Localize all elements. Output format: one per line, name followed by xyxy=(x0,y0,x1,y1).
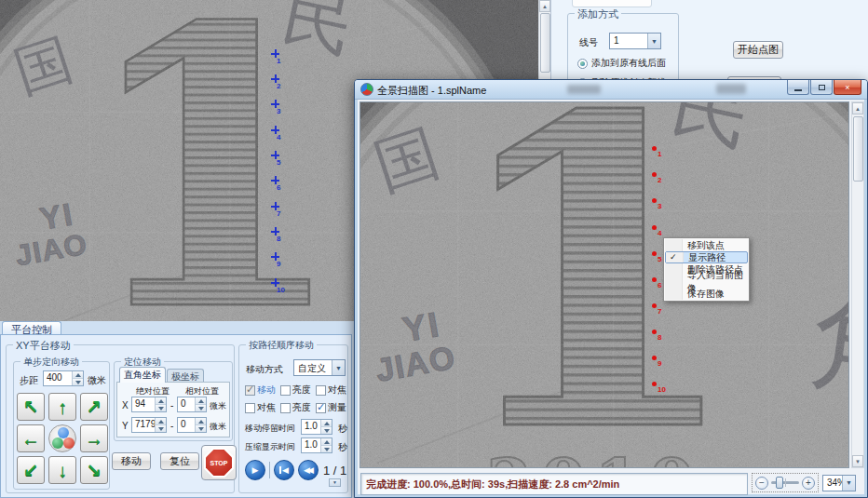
menu-item-show-path[interactable]: ✓显示路径 xyxy=(665,251,748,263)
zoom-out-button[interactable]: − xyxy=(755,477,768,490)
move-down-left-button[interactable]: ↙ xyxy=(17,456,45,484)
menu-item-import-to-image[interactable]: 导入到当前图像 xyxy=(665,276,748,288)
titlebar-glass-smudge xyxy=(716,84,746,94)
check-brightness-1[interactable]: 亮度 xyxy=(280,384,311,397)
chevron-down-icon[interactable]: ▼ xyxy=(332,360,345,375)
spin-up-icon[interactable] xyxy=(156,397,166,404)
checkbox-checked-icon[interactable]: ✓ xyxy=(316,403,326,413)
menu-item-save-image[interactable]: 保存图像 xyxy=(665,288,748,300)
spin-down-icon[interactable] xyxy=(196,404,206,411)
menu-item-move-to-point[interactable]: 移到该点 xyxy=(665,239,748,251)
path-marker-red[interactable]: 8 xyxy=(652,330,672,344)
move-mode-select[interactable]: 自定义 ▼ xyxy=(293,359,346,376)
path-marker-blue[interactable]: 4 xyxy=(271,126,290,142)
path-marker-blue[interactable]: 8 xyxy=(271,227,290,244)
path-marker-red[interactable]: 2 xyxy=(652,172,672,187)
move-up-right-button[interactable]: ↗ xyxy=(80,393,108,421)
dwell-time-spinner[interactable]: 1.0 xyxy=(301,419,332,435)
spin-up-icon[interactable] xyxy=(321,420,332,426)
reset-button[interactable]: 复位 xyxy=(160,452,199,470)
zoom-slider-handle[interactable] xyxy=(776,477,783,489)
play-button[interactable]: ▶ xyxy=(245,460,265,480)
zoom-slider[interactable] xyxy=(771,481,799,484)
move-up-left-button[interactable]: ↖ xyxy=(17,393,45,421)
line-number-select[interactable]: 1 ▼ xyxy=(609,33,661,49)
check-brightness-2[interactable]: 亮度 xyxy=(280,401,311,414)
move-down-button[interactable]: ↓ xyxy=(48,456,76,484)
tab-platform-control[interactable]: 平台控制 xyxy=(2,321,61,335)
close-button[interactable]: × xyxy=(834,80,861,95)
move-left-button[interactable]: ← xyxy=(17,424,45,452)
spin-up-icon[interactable] xyxy=(196,418,206,424)
check-measure[interactable]: ✓ 测量 xyxy=(316,401,346,414)
spin-down-icon[interactable] xyxy=(196,424,206,432)
rewind-button[interactable]: ◀◀ xyxy=(298,460,319,480)
panel-tab-decoration[interactable] xyxy=(572,0,652,7)
compress-time-spinner[interactable]: 1.0 xyxy=(301,437,332,453)
scrollbar-thumb[interactable] xyxy=(540,13,550,73)
path-marker-blue[interactable]: 9 xyxy=(271,252,290,269)
scan-vertical-scrollbar[interactable]: ▲ ▼ xyxy=(851,101,864,468)
y-relative-spinner[interactable]: 0 xyxy=(177,417,207,433)
spin-down-icon[interactable] xyxy=(73,378,83,385)
x-relative-spinner[interactable]: 0 xyxy=(177,397,207,412)
checkbox-icon[interactable] xyxy=(280,403,291,413)
tab-cartesian[interactable]: 直角坐标 xyxy=(119,367,166,383)
center-home-button[interactable] xyxy=(48,424,76,452)
path-marker-blue[interactable]: 1 xyxy=(271,49,290,66)
stop-button[interactable]: STOP xyxy=(201,445,237,480)
path-marker-red[interactable]: 7 xyxy=(652,303,672,318)
checkbox-icon[interactable] xyxy=(245,403,255,413)
check-focus-2[interactable]: 对焦 xyxy=(245,401,276,414)
spin-down-icon[interactable] xyxy=(156,404,166,411)
check-move[interactable]: ✓ 移动 xyxy=(245,384,276,397)
zoom-in-button[interactable]: + xyxy=(802,477,815,490)
spin-down-icon[interactable] xyxy=(321,445,332,452)
path-marker-blue[interactable]: 6 xyxy=(271,176,290,193)
chevron-down-icon[interactable]: ▼ xyxy=(842,476,855,491)
start-plot-button[interactable]: 开始点图 xyxy=(733,41,783,59)
spin-up-icon[interactable] xyxy=(73,371,83,378)
move-button[interactable]: 移动 xyxy=(112,452,151,470)
scrollbar-thumb[interactable] xyxy=(853,116,863,182)
path-marker-blue[interactable]: 3 xyxy=(271,100,290,116)
checkbox-icon[interactable] xyxy=(280,385,291,396)
skip-start-button[interactable]: ◀ xyxy=(274,460,294,480)
step-spinner[interactable]: 400 xyxy=(43,370,84,386)
spin-up-icon[interactable] xyxy=(196,397,206,404)
spin-down-icon[interactable] xyxy=(321,426,332,434)
radio-append-row[interactable]: 添加到原有线后面 xyxy=(577,57,666,70)
maximize-button[interactable] xyxy=(810,80,833,95)
path-marker-blue[interactable]: 7 xyxy=(271,202,290,219)
zoom-percent-select[interactable]: 34% ▼ xyxy=(822,475,856,491)
checkbox-checked-icon[interactable]: ✓ xyxy=(245,385,255,396)
path-marker-red[interactable]: 9 xyxy=(652,356,672,370)
titlebar[interactable]: 全景扫描图 - 1.splName × xyxy=(355,80,867,100)
chevron-down-icon[interactable]: ▼ xyxy=(647,34,660,48)
radio-selected-icon[interactable] xyxy=(577,59,588,69)
move-up-button[interactable]: ↑ xyxy=(48,393,76,421)
page-dropdown[interactable]: ▼ xyxy=(329,478,341,487)
move-down-right-button[interactable]: ↘ xyxy=(80,456,108,484)
scroll-up-button[interactable]: ▲ xyxy=(539,0,550,12)
minimize-button[interactable] xyxy=(787,80,809,95)
check-focus-1[interactable]: 对焦 xyxy=(316,384,346,397)
path-marker-red[interactable]: 3 xyxy=(652,198,672,213)
spin-up-icon[interactable] xyxy=(321,438,332,445)
spin-down-icon[interactable] xyxy=(156,424,166,432)
tab-polar[interactable]: 极坐标 xyxy=(167,369,204,383)
x-absolute-spinner[interactable]: 94 xyxy=(131,397,167,412)
scan-image-viewport[interactable]: 1 2 3 4 5 6 7 8 9 10 移到该点 ✓显示路径 删除该路径点 导… xyxy=(359,101,849,468)
move-right-button[interactable]: → xyxy=(80,424,108,452)
path-marker-blue[interactable]: 5 xyxy=(271,151,290,168)
scroll-up-button[interactable]: ▲ xyxy=(852,102,863,114)
scroll-down-button[interactable]: ▼ xyxy=(852,455,863,467)
path-marker-red[interactable]: 10 xyxy=(652,382,672,397)
checkbox-icon[interactable] xyxy=(316,385,326,396)
spin-up-icon[interactable] xyxy=(156,418,166,424)
check-label: 亮度 xyxy=(292,401,311,414)
path-marker-red[interactable]: 1 xyxy=(652,146,672,161)
path-marker-blue[interactable]: 10 xyxy=(271,278,290,295)
path-marker-blue[interactable]: 2 xyxy=(271,74,290,91)
y-absolute-spinner[interactable]: 7179 xyxy=(131,417,167,433)
